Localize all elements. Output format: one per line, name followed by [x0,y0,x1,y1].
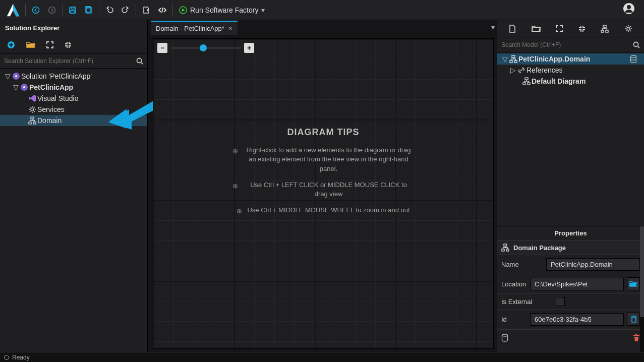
svg-rect-36 [525,78,528,80]
toolbar-separator [99,4,99,16]
tips-heading: DIAGRAM TIPS [232,127,414,138]
project-icon [19,83,29,91]
property-id-input[interactable] [530,313,624,326]
solution-explorer-panel: Solution Explorer ▽ Solution 'PetClinicA… [0,20,148,352]
save-button[interactable] [66,3,80,17]
svg-point-19 [23,86,25,88]
zoom-control: − + [157,43,254,53]
toolbar-separator [62,4,63,16]
tip-text: Use Ctrl + MIDDLE MOUSE WHEEL to zoom in… [247,206,409,216]
diagram-canvas[interactable]: − + DIAGRAM TIPS ⊕ Right-click to add a … [153,38,494,349]
copy-id-button[interactable] [627,313,640,326]
code-button[interactable] [155,3,169,17]
tree-label: Solution 'PetClinicApp' [21,72,92,80]
collapse-button[interactable] [65,41,72,48]
export-button[interactable] [139,3,153,17]
property-location-input[interactable] [530,278,624,290]
svg-rect-39 [504,244,507,246]
new-file-button[interactable] [509,25,516,33]
domain-icon [27,116,37,125]
property-label: Name [501,261,546,268]
nav-forward-button[interactable] [45,3,59,17]
play-icon [179,6,187,14]
property-row-location: Location [497,274,644,294]
solution-search-row [0,53,147,69]
open-folder-button[interactable] [532,25,541,32]
expand-button[interactable] [556,25,563,32]
collapse-button[interactable] [578,25,586,32]
tree-solution-node[interactable]: ▽ Solution 'PetClinicApp' [0,71,147,82]
run-software-factory-button[interactable]: Run Software Factory ▾ [175,3,269,17]
zoom-out-button[interactable]: − [157,43,167,53]
tree-label: Services [37,105,65,113]
svg-rect-33 [510,61,512,63]
tree-item-visual-studio[interactable]: Visual Studio [0,93,147,104]
search-icon[interactable] [633,41,640,48]
redo-button[interactable] [119,3,133,17]
tip-row: ⊕ Use Ctrl + LEFT CLICK or MIDDLE MOUSE … [232,180,414,199]
properties-header-label: Domain Package [513,244,566,252]
database-icon [501,334,508,342]
property-label: Is External [501,298,556,306]
tree-label: Default Diagram [532,77,586,85]
diagram-view-button[interactable] [601,25,609,33]
tab-overflow-button[interactable]: ▾ [491,23,495,31]
model-default-diagram-node[interactable]: Default Diagram [497,76,644,87]
svg-point-13 [627,5,631,9]
tip-row: ⊕ Use Ctrl + MIDDLE MOUSE WHEEL to zoom … [232,206,414,216]
save-all-button[interactable] [82,3,96,17]
tab-label: Domain - PetClinicApp* [156,25,224,32]
zoom-thumb[interactable] [200,44,207,51]
svg-rect-21 [31,117,34,119]
property-name-input[interactable] [546,258,640,271]
delete-button[interactable] [633,334,640,342]
svg-rect-5 [71,7,74,9]
tree-item-domain[interactable]: Domain [0,115,147,126]
open-folder-button[interactable] [26,41,35,48]
tree-label: PetClinicApp [29,83,73,91]
plus-circle-icon: ⊕ [237,207,242,216]
visual-studio-icon [27,94,37,102]
model-search-input[interactable] [501,41,633,48]
package-icon [501,244,509,252]
property-row-name: Name [497,255,644,274]
is-external-checkbox[interactable] [556,297,565,306]
chevron-down-icon: ▽ [4,72,11,80]
settings-button[interactable] [624,25,632,33]
nav-back-button[interactable] [29,3,43,17]
zoom-in-button[interactable]: + [244,43,254,53]
property-label: Location [501,280,530,288]
link-icon [516,66,526,74]
database-icon[interactable] [630,55,637,63]
undo-button[interactable] [102,3,116,17]
tree-project-node[interactable]: ▽ PetClinicApp [0,82,147,93]
search-icon[interactable] [136,57,143,65]
zoom-slider[interactable] [170,47,241,49]
solution-tree: ▽ Solution 'PetClinicApp' ▽ PetClinicApp… [0,69,147,352]
diagram-tips: DIAGRAM TIPS ⊕ Right-click to add a new … [232,127,414,223]
tip-text: Use Ctrl + LEFT CLICK or MIDDLE MOUSE CL… [243,180,414,199]
model-references-node[interactable]: ▷ References [497,65,644,76]
browse-folder-button[interactable] [627,277,640,290]
model-root-node[interactable]: ▽ PetClinicApp.Domain [497,53,644,65]
solution-search-input[interactable] [4,57,136,65]
user-account-button[interactable] [623,3,638,18]
properties-title: Properties [497,226,644,240]
expand-button[interactable] [46,41,53,48]
scrollbar-thumb[interactable] [640,226,644,317]
editor-tabbar: Domain - PetClinicApp* × ▾ [148,20,497,35]
model-tree: ▽ PetClinicApp.Domain ▷ References Defau… [497,52,644,226]
tree-item-services[interactable]: Services [0,104,147,115]
status-text: Ready [12,354,30,361]
close-tab-button[interactable]: × [228,25,232,32]
add-button[interactable] [7,41,15,49]
svg-rect-6 [71,11,75,13]
svg-marker-11 [182,9,185,12]
plus-circle-icon: ⊕ [232,182,238,199]
svg-rect-42 [632,318,636,322]
editor-tab-domain[interactable]: Domain - PetClinicApp* × [151,21,238,35]
svg-rect-32 [512,55,515,57]
package-icon [508,55,518,63]
model-panel: ▽ PetClinicApp.Domain ▷ References Defau… [497,20,644,352]
run-label: Run Software Factory [190,6,258,14]
